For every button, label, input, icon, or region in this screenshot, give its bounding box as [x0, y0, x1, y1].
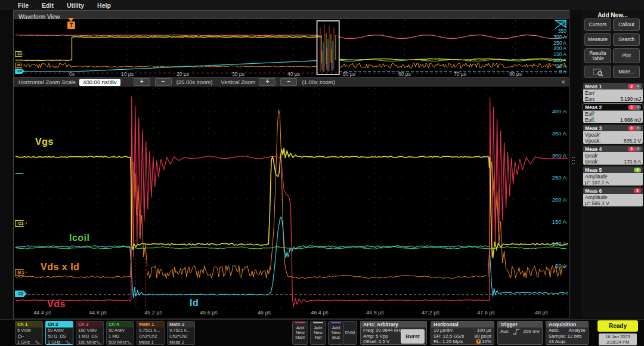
results-table-button[interactable]: Results Table [584, 48, 611, 63]
badge-title: Ch 3 [76, 322, 103, 328]
zoom-tick: 48 µs [535, 310, 548, 316]
bandwidth-icon [96, 341, 101, 345]
plot-button[interactable]: Plot [613, 48, 640, 63]
add-new-bus-button[interactable]: AddNewBus [328, 321, 344, 345]
badge-title: Ch 1 [16, 322, 42, 328]
overview-scale-label: 100 A [553, 57, 566, 63]
hzoom-minus-button[interactable]: − [155, 78, 172, 86]
meas-badge-4[interactable]: Meas 43+Ipeak'Ipeak:170.5 A [583, 146, 643, 165]
badge-ch-4[interactable]: Ch 450 A/div1 MΩ500 MHz [106, 321, 134, 345]
overview-plot[interactable] [14, 18, 569, 77]
badge-row: 1 MΩ [107, 333, 134, 339]
meas-badge-3[interactable]: Meas 33+Vpeak'Vpeak:835.2 V [583, 125, 643, 144]
accent-line [313, 322, 323, 323]
zoom-tick: 46.4 µs [311, 310, 329, 316]
horizontal-sr: SR: 12.5 GS/s [434, 333, 464, 339]
badge-ch-1[interactable]: Ch 15 V/div1 GHz [15, 321, 43, 345]
trace-label-vgs: Vgs [35, 137, 54, 147]
settings-bar: Ch 15 V/div1 GHzCh 250 A/div50 Ω DS1 GHz… [0, 319, 644, 346]
zoom-tick: 47.2 µs [422, 310, 439, 316]
time-text: 3:28:24 PM [600, 339, 636, 345]
overview-tick: 30 µs [232, 71, 244, 77]
vzoom-plus-button[interactable]: + [259, 78, 275, 86]
add-new-math-button[interactable]: AddNewMath [292, 321, 308, 345]
date-text: 16 Jan 2023 [600, 334, 636, 339]
add-new-ref-button[interactable]: AddNewRef [310, 321, 326, 345]
overview-tick: 70 µs [454, 71, 466, 77]
menu-item-utility[interactable]: Utility [67, 2, 84, 9]
badge-row: 1 MΩ DS [76, 333, 103, 339]
meas-line1: Eoff' [585, 111, 641, 117]
afg-title: AFG: Arbitrary [361, 322, 426, 328]
overview-scale-label: 200 A [553, 45, 566, 51]
badge-ch-2[interactable]: Ch 250 A/div50 Ω DS1 GHz [45, 321, 73, 345]
acquisition-count: 43 Acqs [549, 339, 565, 345]
badge-row: Ch3*Ch2 [168, 333, 194, 339]
cursors-button[interactable]: Cursors [584, 18, 611, 31]
zoom-tick: 46.8 µs [366, 310, 384, 316]
menu-item-help[interactable]: Help [97, 2, 111, 9]
badge-math-2[interactable]: Math 29.7521 k...Ch3*Ch2Meas 2 [167, 321, 195, 345]
afg-amp: Amp: 5 Vpp [361, 333, 402, 339]
menu-item-file[interactable]: File [18, 2, 29, 9]
meas-badge-5[interactable]: Meas 54Amplitudeµ': 107.7 A [583, 166, 643, 186]
zoom-overview-icon[interactable] [554, 19, 567, 30]
badge-title: Math 2 [168, 322, 194, 328]
meas-title: Meas 6 [585, 188, 602, 194]
meas-value: 835.2 V [624, 138, 641, 144]
zoom-select-icon[interactable] [584, 66, 611, 78]
accent-line [331, 322, 341, 323]
overview-tick: 50 µs [343, 71, 355, 77]
meas-badge-1[interactable]: Meas 13+Eon'Eon:3.190 mJ [583, 83, 643, 102]
zoom-waveform-plot[interactable] [14, 87, 569, 309]
search-button[interactable]: Search [613, 33, 640, 46]
trigger-flag-icon[interactable]: T [67, 21, 75, 29]
horizontal-window: 100 µs [477, 328, 491, 333]
horizontal-rl: RL: 1.25 Mpts [434, 339, 463, 345]
burst-button[interactable]: Burst [401, 329, 425, 344]
meas-source-badge: 3 [628, 126, 635, 131]
acquisition-panel[interactable]: Acquisition Auto,Analyze Sample: 12 bits… [546, 321, 589, 345]
bandwidth-icon [126, 341, 132, 345]
horizontal-scale: 10 µs/div [434, 328, 453, 333]
badge-row: Ch3*Ch2 [137, 333, 164, 339]
callout-button[interactable]: Callout [613, 18, 640, 31]
overview-tick: 60 µs [398, 71, 411, 77]
measure-button[interactable]: Measure [584, 33, 611, 46]
meas-label: Ipeak: [585, 159, 599, 165]
meas-badge-2[interactable]: Meas 23+Eoff'Eoff:1.666 mJ [583, 104, 643, 123]
splitter-handle[interactable] [572, 157, 575, 166]
trigger-source: Aux [500, 329, 509, 335]
meas-value: µ': 595.3 V [585, 200, 641, 206]
menu-item-edit[interactable]: Edit [42, 2, 54, 9]
meas-source-badge: 3 [628, 84, 635, 89]
acquisition-sample: Sample: 12 bits [549, 333, 581, 339]
badge-row: 5 V/div [16, 328, 42, 333]
zoom-scale-value[interactable]: 400.00 ns/div [79, 79, 120, 86]
trigger-slope-icon [512, 329, 520, 335]
trace-label-vds: Vds [47, 299, 66, 310]
acquisition-mode: Auto, [549, 328, 560, 333]
meas-label: Eon: [585, 96, 596, 102]
badge-ch-3[interactable]: Ch 3100 V/div1 MΩ DS100 MHz [76, 321, 104, 345]
afg-offset: Offset: 2.5 V [361, 339, 402, 345]
more-button[interactable]: More... [613, 66, 640, 78]
dvm-button[interactable]: DVM [343, 321, 357, 345]
close-zoom-icon[interactable]: × [561, 78, 565, 86]
hzoom-plus-button[interactable]: + [134, 78, 150, 86]
meas-line1: Eon' [585, 90, 641, 96]
probe-icon [16, 333, 42, 339]
trigger-panel[interactable]: Trigger Aux 200 mV [497, 321, 543, 345]
badge-math-1[interactable]: Math 19.7521 k...Ch3*Ch2Meas 1 [137, 321, 165, 345]
meas-badge-6[interactable]: Meas 63Amplitudeµ': 595.3 V [583, 187, 643, 206]
meas-title: Meas 5 [585, 167, 602, 173]
afg-panel[interactable]: AFG: Arbitrary Freq: 20.9644 kHz Amp: 5 … [360, 321, 427, 345]
ready-status-badge[interactable]: Ready [597, 320, 638, 332]
badge-title: Math 1 [137, 322, 164, 328]
horizontal-panel[interactable]: Horizontal 10 µs/div100 µs SR: 12.5 GS/s… [431, 321, 494, 345]
hzoom-factor: (25.00x zoom) [177, 79, 213, 85]
overview-tick: 10 µs [121, 71, 134, 77]
meas-line1: Amplitude [585, 174, 641, 180]
vzoom-minus-button[interactable]: − [280, 78, 297, 86]
zoom-scale-label: 100 A [552, 240, 566, 247]
